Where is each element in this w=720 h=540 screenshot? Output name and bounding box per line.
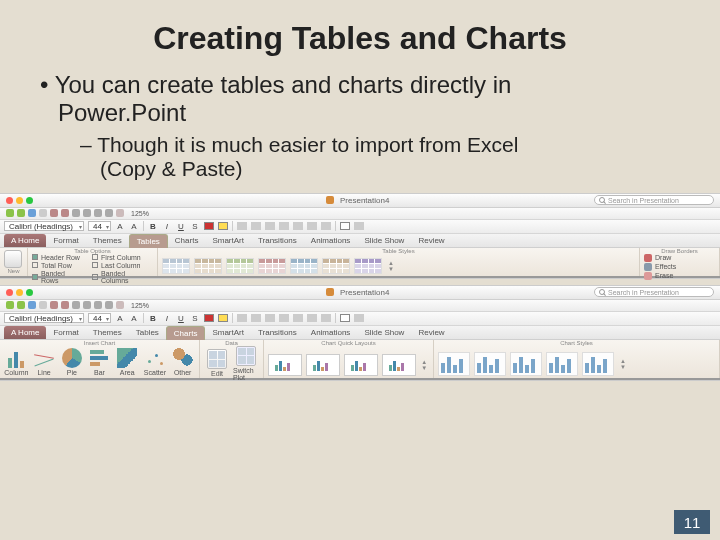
chart-bar-button[interactable]: Bar (87, 348, 112, 376)
close-icon[interactable] (6, 289, 13, 296)
bold-button[interactable]: B (148, 313, 158, 323)
tab-tables[interactable]: Tables (129, 326, 166, 339)
tab-transitions[interactable]: Transitions (251, 326, 304, 339)
grow-font-button[interactable]: A (115, 221, 125, 231)
minimize-icon[interactable] (16, 197, 23, 204)
qat-button[interactable] (39, 301, 47, 309)
qat-button[interactable] (17, 209, 25, 217)
table-style-thumb[interactable] (258, 258, 286, 274)
tab-slideshow[interactable]: Slide Show (357, 326, 411, 339)
qat-button[interactable] (17, 301, 25, 309)
align-center-button[interactable] (251, 314, 261, 322)
checkbox-banded-cols[interactable] (92, 274, 98, 280)
qat-button[interactable] (6, 209, 14, 217)
chart-pie-button[interactable]: Pie (59, 348, 84, 376)
chart-layout-thumb[interactable] (382, 354, 416, 376)
qat-button[interactable] (105, 209, 113, 217)
indent-button[interactable] (307, 314, 317, 322)
tab-review[interactable]: Review (411, 326, 451, 339)
fill-color-button[interactable] (340, 314, 350, 322)
tab-charts[interactable]: Charts (168, 234, 206, 247)
qat-button[interactable] (50, 209, 58, 217)
qat-button[interactable] (72, 209, 80, 217)
qat-button[interactable] (83, 209, 91, 217)
checkbox-last-col[interactable] (92, 262, 98, 268)
chart-style-thumb[interactable] (582, 352, 614, 376)
chart-style-thumb[interactable] (510, 352, 542, 376)
font-color-button[interactable] (204, 314, 214, 322)
zoom-level[interactable]: 125% (131, 210, 149, 217)
tab-transitions[interactable]: Transitions (251, 234, 304, 247)
checkbox-banded-rows[interactable] (32, 274, 38, 280)
more-styles-button[interactable]: ▲▼ (386, 258, 396, 274)
shrink-font-button[interactable]: A (129, 313, 139, 323)
align-center-button[interactable] (251, 222, 261, 230)
checkbox-header-row[interactable] (32, 254, 38, 260)
qat-button[interactable] (28, 301, 36, 309)
tab-smartart[interactable]: SmartArt (205, 234, 251, 247)
tab-home[interactable]: A Home (4, 234, 46, 247)
bullets-button[interactable] (279, 222, 289, 230)
search-input[interactable]: Search in Presentation (594, 287, 714, 297)
qat-button[interactable] (39, 209, 47, 217)
shrink-font-button[interactable]: A (129, 221, 139, 231)
underline-button[interactable]: U (176, 313, 186, 323)
tab-format[interactable]: Format (46, 326, 85, 339)
more-chart-styles-button[interactable]: ▲▼ (618, 356, 628, 372)
chart-layout-thumb[interactable] (344, 354, 378, 376)
qat-button[interactable] (28, 209, 36, 217)
chart-layout-thumb[interactable] (306, 354, 340, 376)
qat-button[interactable] (105, 301, 113, 309)
tab-smartart[interactable]: SmartArt (205, 326, 251, 339)
qat-button[interactable] (61, 209, 69, 217)
search-input[interactable]: Search in Presentation (594, 195, 714, 205)
table-style-thumb[interactable] (290, 258, 318, 274)
font-name-combo[interactable]: Calibri (Headings) (4, 221, 84, 231)
italic-button[interactable]: I (162, 221, 172, 231)
highlight-button[interactable] (218, 314, 228, 322)
qat-button[interactable] (72, 301, 80, 309)
qat-button[interactable] (94, 301, 102, 309)
qat-button[interactable] (83, 301, 91, 309)
bold-button[interactable]: B (148, 221, 158, 231)
strikethrough-button[interactable]: S (190, 221, 200, 231)
tab-review[interactable]: Review (411, 234, 451, 247)
tab-format[interactable]: Format (46, 234, 85, 247)
more-layouts-button[interactable]: ▲▼ (420, 357, 429, 373)
minimize-icon[interactable] (16, 289, 23, 296)
tab-themes[interactable]: Themes (86, 326, 129, 339)
zoom-level[interactable]: 125% (131, 302, 149, 309)
indent-button[interactable] (307, 222, 317, 230)
numbering-button[interactable] (293, 222, 303, 230)
align-left-button[interactable] (237, 222, 247, 230)
tab-charts[interactable]: Charts (166, 326, 206, 340)
fill-color-button[interactable] (340, 222, 350, 230)
pen-icon[interactable] (644, 254, 652, 262)
highlight-button[interactable] (218, 222, 228, 230)
zoom-icon[interactable] (26, 197, 33, 204)
chart-area-button[interactable]: Area (115, 348, 140, 376)
chart-style-thumb[interactable] (474, 352, 506, 376)
font-name-combo[interactable]: Calibri (Headings) (4, 313, 84, 323)
checkbox-first-col[interactable] (92, 254, 98, 260)
table-style-thumb[interactable] (226, 258, 254, 274)
font-size-combo[interactable]: 44 (88, 313, 111, 323)
table-style-thumb[interactable] (354, 258, 382, 274)
effects-icon[interactable] (644, 263, 652, 271)
quick-styles-button[interactable] (354, 314, 364, 322)
outdent-button[interactable] (321, 314, 331, 322)
font-size-combo[interactable]: 44 (88, 221, 111, 231)
align-right-button[interactable] (265, 314, 275, 322)
qat-button[interactable] (50, 301, 58, 309)
grow-font-button[interactable]: A (115, 313, 125, 323)
quick-styles-button[interactable] (354, 222, 364, 230)
tab-animations[interactable]: Animations (304, 234, 358, 247)
numbering-button[interactable] (293, 314, 303, 322)
tab-slideshow[interactable]: Slide Show (357, 234, 411, 247)
qat-button[interactable] (116, 209, 124, 217)
chart-style-thumb[interactable] (438, 352, 470, 376)
qat-button[interactable] (6, 301, 14, 309)
chart-layout-thumb[interactable] (268, 354, 302, 376)
italic-button[interactable]: I (162, 313, 172, 323)
outdent-button[interactable] (321, 222, 331, 230)
